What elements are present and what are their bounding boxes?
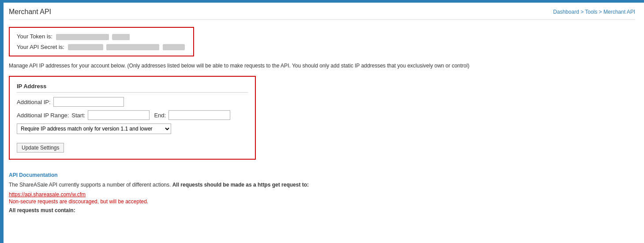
breadcrumb: Dashboard > Tools > Merchant API <box>553 9 635 15</box>
end-label: End: <box>154 112 166 119</box>
api-doc-description: The ShareASale API currently supports a … <box>9 181 635 189</box>
token-value-extra <box>112 34 130 40</box>
token-row: Your Token is: <box>17 33 186 40</box>
start-label: Start: <box>71 112 85 119</box>
api-secret-value3 <box>163 44 185 50</box>
ip-range-label: Additional IP Range: <box>17 112 69 119</box>
page-header: Merchant API Dashboard > Tools > Merchan… <box>9 3 635 20</box>
token-value <box>56 34 109 40</box>
api-doc-section: API Documentation The ShareASale API cur… <box>9 172 635 213</box>
version-select[interactable]: Require IP address match only for versio… <box>17 123 171 134</box>
additional-ip-label: Additional IP: <box>17 99 51 105</box>
ip-address-box: IP Address Additional IP: Additional IP … <box>9 76 256 160</box>
ip-range-start-input[interactable] <box>88 110 150 120</box>
api-doc-must-contain: All requests must contain: <box>9 207 635 213</box>
ip-range-row: Additional IP Range: Start: End: <box>17 110 248 120</box>
api-secret-value1 <box>68 44 103 50</box>
additional-ip-input[interactable] <box>53 97 124 107</box>
page-title: Merchant API <box>9 8 51 16</box>
api-secret-value2 <box>106 44 159 50</box>
manage-text: Manage API IP addresses for your account… <box>9 62 635 70</box>
api-secret-row: Your API Secret is: <box>17 44 186 51</box>
token-box: Your Token is: Your API Secret is: <box>9 27 194 56</box>
manage-text-content: Manage API IP addresses for your account… <box>9 63 469 69</box>
api-doc-non-secure: Non-secure requests are discouraged, but… <box>9 198 635 205</box>
api-doc-desc-bold: All requests should be made as a https g… <box>172 182 309 188</box>
additional-ip-row: Additional IP: <box>17 97 248 107</box>
api-doc-desc-part1: The ShareASale API currently supports a … <box>9 182 171 188</box>
version-select-row: Require IP address match only for versio… <box>17 123 248 138</box>
api-doc-title: API Documentation <box>9 172 635 178</box>
update-settings-button[interactable]: Update Settings <box>17 143 64 153</box>
ip-range-end-input[interactable] <box>168 110 230 120</box>
ip-address-title: IP Address <box>17 83 248 93</box>
api-doc-url[interactable]: https://api.shareasale.com/w.cfm <box>9 191 635 198</box>
api-secret-label: Your API Secret is: <box>17 44 64 50</box>
token-label: Your Token is: <box>17 33 52 40</box>
